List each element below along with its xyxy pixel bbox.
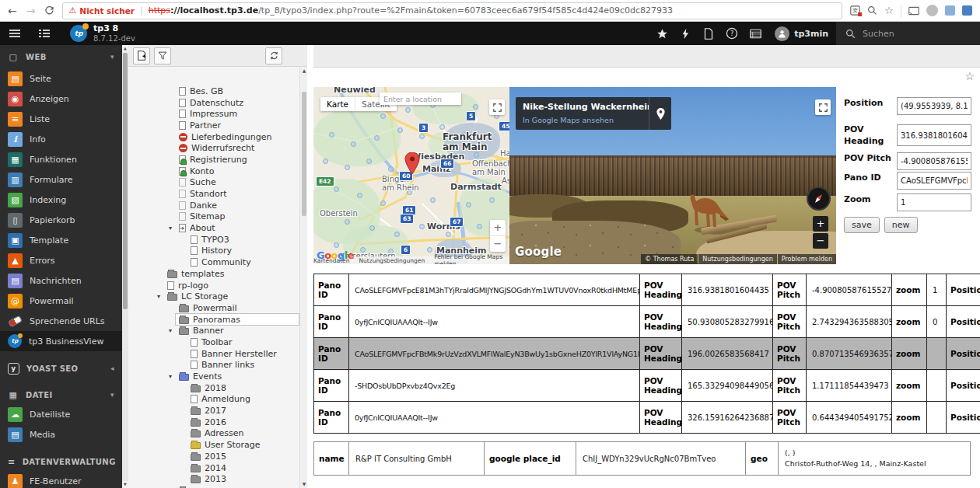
module-item-funktionen[interactable]: ▦Funktionen bbox=[0, 149, 122, 169]
map-fullscreen-button[interactable] bbox=[489, 99, 505, 115]
poi-marker[interactable] bbox=[329, 132, 334, 138]
module-item-seite[interactable]: ▤Seite bbox=[0, 68, 122, 89]
module-item-powermail[interactable]: @Powermail bbox=[0, 291, 122, 311]
module-item-sprechende-urls[interactable]: Sprechende URLs bbox=[0, 311, 122, 331]
pano-id-input[interactable] bbox=[897, 172, 971, 190]
refresh-tree-button[interactable] bbox=[265, 47, 282, 64]
location-search-input[interactable] bbox=[380, 92, 461, 105]
poi-marker[interactable] bbox=[334, 186, 339, 192]
tree-item-powermail[interactable]: Powermail bbox=[128, 302, 299, 314]
user-menu[interactable]: tp3min bbox=[767, 22, 836, 45]
bookmarks-button[interactable] bbox=[650, 22, 674, 45]
module-item-media[interactable]: ▤Media bbox=[0, 424, 122, 444]
module-section-yoast-seo[interactable]: yYOAST SEO◂ bbox=[0, 359, 122, 378]
forward-button[interactable]: → bbox=[26, 5, 36, 17]
tree-item-datenschutz[interactable]: Datenschutz bbox=[128, 97, 299, 109]
poi-marker[interactable] bbox=[419, 224, 425, 229]
module-item-indexing[interactable]: ▧Indexing bbox=[0, 190, 122, 210]
module-item-liste[interactable]: ≡Liste bbox=[0, 109, 122, 129]
help-button[interactable]: ? bbox=[720, 22, 744, 45]
tree-item-suche[interactable]: Suche bbox=[128, 177, 299, 189]
tree-item-history[interactable]: History bbox=[128, 246, 299, 257]
terms-link[interactable]: Nutzungsbedingungen bbox=[698, 254, 776, 264]
open-document-button[interactable] bbox=[697, 22, 720, 45]
poi-marker[interactable] bbox=[369, 225, 375, 231]
module-item-errors[interactable]: ▲Errors bbox=[0, 250, 122, 270]
tree-item-2014[interactable]: 2014 bbox=[128, 462, 299, 474]
pano-table-row[interactable]: Pano ID0yfJCnICQIUAAAQIt--IJwPOV Heading… bbox=[314, 402, 980, 434]
poi-marker[interactable] bbox=[419, 134, 425, 139]
poi-marker[interactable] bbox=[397, 127, 403, 133]
reload-button[interactable] bbox=[44, 5, 54, 16]
poi-marker[interactable] bbox=[357, 193, 362, 198]
module-item-papierkorb[interactable]: ▯Papierkorb bbox=[0, 210, 122, 230]
zoom-action[interactable]: zoom bbox=[892, 306, 927, 338]
browser-profile-icon[interactable] bbox=[926, 5, 938, 16]
poi-marker[interactable] bbox=[474, 152, 479, 158]
expand-arrow-icon[interactable]: ▾ bbox=[166, 373, 175, 380]
streetview-fullscreen-button[interactable] bbox=[815, 99, 831, 115]
poi-marker[interactable] bbox=[374, 135, 380, 141]
poi-marker[interactable] bbox=[360, 247, 366, 253]
tree-item-adressen[interactable]: Adressen bbox=[128, 428, 299, 440]
module-item-tp3-businessview[interactable]: tptp3 BusinessView bbox=[0, 331, 122, 351]
module-item-info[interactable]: iInfo bbox=[0, 129, 122, 149]
poi-marker[interactable] bbox=[439, 124, 445, 130]
scroll-up-icon[interactable]: ▲ bbox=[122, 45, 128, 52]
expand-arrow-icon[interactable]: ▾ bbox=[154, 293, 163, 300]
poi-marker[interactable] bbox=[345, 219, 350, 225]
zoom-action[interactable]: zoom bbox=[892, 402, 927, 434]
tree-item-registrierung[interactable]: Registrierung bbox=[128, 154, 299, 166]
zoom-input[interactable] bbox=[897, 193, 971, 211]
tree-item-danke[interactable]: Danke bbox=[128, 200, 299, 211]
poi-marker[interactable] bbox=[407, 190, 412, 195]
tree-item-templates[interactable]: templates bbox=[128, 268, 299, 280]
poi-marker[interactable] bbox=[473, 104, 478, 110]
url-bar[interactable]: ⚠ Nicht sicher | https://localhost.tp3.d… bbox=[62, 2, 842, 19]
poi-marker[interactable] bbox=[405, 107, 411, 113]
poi-marker[interactable] bbox=[334, 242, 339, 248]
cast-icon[interactable] bbox=[908, 6, 919, 16]
tree-item-typo3[interactable]: TYPO3 bbox=[128, 234, 299, 246]
pov-pitch-input[interactable] bbox=[897, 152, 971, 170]
poi-marker[interactable] bbox=[380, 200, 386, 206]
zoom-in-button[interactable]: + bbox=[490, 220, 506, 236]
google-map[interactable]: NeuwiedFrankfurt am MainHanaWiesbadenMai… bbox=[313, 87, 509, 264]
poi-marker[interactable] bbox=[466, 202, 471, 207]
map-attrib-link[interactable]: Fehler bei Google Maps melden bbox=[434, 253, 506, 264]
scroll-down-icon[interactable]: ▼ bbox=[300, 480, 307, 488]
page-tree-scrollbar[interactable]: ▲ ▼ bbox=[299, 67, 307, 488]
tree-item-2016[interactable]: 2016 bbox=[128, 417, 299, 428]
tree-item-events[interactable]: ▾Events bbox=[128, 371, 299, 382]
scroll-down-icon[interactable]: ▼ bbox=[122, 481, 128, 488]
scroll-up-icon[interactable]: ▲ bbox=[300, 67, 307, 75]
filter-button[interactable] bbox=[154, 47, 171, 64]
translate-extension-icon[interactable] bbox=[850, 5, 860, 16]
module-item-template[interactable]: ▣Template bbox=[0, 230, 122, 250]
zoom-out-button[interactable]: − bbox=[490, 236, 506, 252]
site-logo-zone[interactable]: tp tp3 8 8.7.12-dev bbox=[59, 24, 135, 43]
poi-marker[interactable] bbox=[446, 232, 451, 237]
module-section-datei[interactable]: ▦DATEI▾ bbox=[0, 385, 122, 404]
poi-marker[interactable] bbox=[427, 247, 432, 253]
poi-marker[interactable] bbox=[323, 159, 328, 164]
pin-icon[interactable] bbox=[649, 97, 671, 130]
pano-table-row[interactable]: Pano IDCAoSLEFGMVFpcE81M3hTYjRraldGMlJYN… bbox=[314, 274, 980, 306]
save-button[interactable]: save bbox=[844, 217, 880, 233]
poi-marker[interactable] bbox=[380, 113, 386, 119]
expand-arrow-icon[interactable]: ▾ bbox=[166, 225, 175, 232]
report-problem-link[interactable]: Problem melden bbox=[778, 254, 836, 264]
poi-marker[interactable] bbox=[461, 132, 467, 138]
tree-item-lc-storage[interactable]: ▾LC Storage bbox=[128, 291, 299, 302]
tree-item-sitemap[interactable]: Sitemap bbox=[128, 211, 299, 223]
expand-arrow-icon[interactable]: ▾ bbox=[166, 327, 175, 334]
poi-marker[interactable] bbox=[388, 249, 394, 254]
extension-icon[interactable] bbox=[945, 5, 955, 16]
poi-marker[interactable] bbox=[351, 141, 356, 147]
tree-item-bes-gb[interactable]: Bes. GB bbox=[128, 85, 299, 97]
modulemenu-toggle-button[interactable] bbox=[0, 22, 30, 45]
tree-item-partial[interactable] bbox=[128, 485, 299, 488]
tree-item-2015[interactable]: 2015 bbox=[128, 451, 299, 462]
poi-marker[interactable] bbox=[494, 162, 499, 167]
poi-marker[interactable] bbox=[477, 224, 482, 229]
